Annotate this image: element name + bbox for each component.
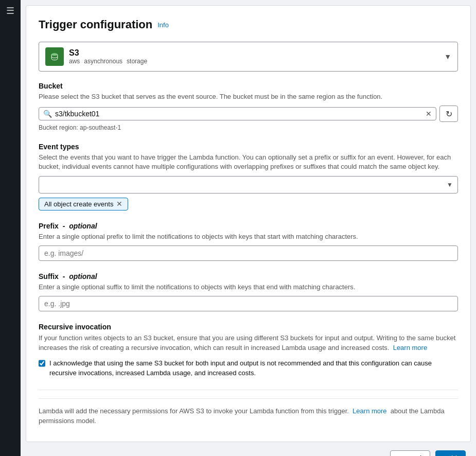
s3-icon [45, 47, 64, 66]
suffix-label-text: Suffix [39, 272, 59, 280]
recursive-title: Recursive invocation [39, 323, 458, 331]
main-content: Trigger configuration Info S3 aws asynch… [21, 0, 476, 456]
bucket-description: Please select the S3 bucket that serves … [39, 92, 458, 101]
svg-point-1 [51, 53, 58, 56]
prefix-optional-label: optional [69, 222, 97, 230]
sidebar: ☰ [0, 0, 21, 456]
recursive-checkbox-row: I acknowledge that using the same S3 buc… [39, 358, 458, 378]
bucket-label: Bucket [39, 82, 458, 90]
recursive-checkbox-label[interactable]: I acknowledge that using the same S3 buc… [49, 358, 458, 378]
event-tag-all-object-create: All object create events ✕ [39, 198, 128, 211]
suffix-section: Suffix - optional Enter a single optiona… [39, 272, 458, 311]
recursive-section: Recursive invocation If your function wr… [39, 323, 458, 378]
tag-aws: aws [69, 58, 80, 65]
title-row: Trigger configuration Info [39, 18, 458, 31]
event-tag-remove-icon[interactable]: ✕ [116, 200, 122, 207]
recursive-description: If your function writes objects to an S3… [39, 333, 458, 353]
tag-storage: storage [127, 58, 147, 65]
footer-row: Cancel Add [26, 442, 471, 456]
prefix-description: Enter a single optional prefix to limit … [39, 232, 458, 241]
event-tags-row: All object create events ✕ [39, 198, 458, 211]
info-link[interactable]: Info [157, 21, 169, 29]
bucket-search-input[interactable] [55, 110, 426, 118]
search-icon: 🔍 [43, 110, 52, 118]
service-chevron-icon: ▼ [444, 52, 451, 61]
suffix-label: Suffix - optional [39, 272, 458, 280]
bucket-search-wrap: 🔍 ✕ [39, 107, 436, 120]
page-title: Trigger configuration [39, 18, 152, 31]
suffix-description: Enter a single optional suffix to limit … [39, 283, 458, 292]
prefix-section: Prefix - optional Enter a single optiona… [39, 222, 458, 261]
service-selector[interactable]: S3 aws asynchronous storage ▼ [39, 42, 458, 72]
hamburger-icon[interactable]: ☰ [6, 5, 14, 16]
service-name: S3 [69, 48, 147, 58]
bucket-search-row: 🔍 ✕ ↻ [39, 106, 458, 122]
permissions-note-text: Lambda will add the necessary permission… [39, 407, 349, 415]
prefix-label-text: Prefix [39, 222, 59, 230]
divider [39, 390, 458, 390]
event-type-dropdown-wrap: All object create events PUT POST COPY D… [39, 176, 458, 194]
event-types-label: Event types [39, 143, 458, 151]
recursive-checkbox[interactable] [39, 359, 45, 367]
add-button[interactable]: Add [435, 450, 466, 456]
suffix-optional-label: optional [69, 272, 97, 280]
permissions-learn-more-link[interactable]: Learn more [352, 407, 386, 415]
suffix-input[interactable] [39, 296, 458, 311]
prefix-label: Prefix - optional [39, 222, 458, 230]
event-types-description: Select the events that you want to have … [39, 153, 458, 171]
trigger-panel: Trigger configuration Info S3 aws asynch… [26, 5, 471, 442]
permissions-note: Lambda will add the necessary permission… [39, 398, 458, 429]
event-types-section: Event types Select the events that you w… [39, 143, 458, 210]
event-tag-label: All object create events [44, 200, 113, 208]
recursive-learn-more-link[interactable]: Learn more [393, 344, 427, 352]
cancel-button[interactable]: Cancel [390, 450, 430, 456]
service-tags: aws asynchronous storage [69, 58, 147, 65]
bucket-region: Bucket region: ap-southeast-1 [39, 124, 458, 131]
tag-async: asynchronous [84, 58, 122, 65]
service-info: S3 aws asynchronous storage [69, 48, 147, 65]
clear-icon[interactable]: ✕ [426, 110, 432, 118]
bucket-section: Bucket Please select the S3 bucket that … [39, 82, 458, 131]
refresh-button[interactable]: ↻ [439, 106, 458, 122]
event-type-dropdown[interactable]: All object create events PUT POST COPY D… [39, 176, 458, 194]
prefix-input[interactable] [39, 245, 458, 261]
